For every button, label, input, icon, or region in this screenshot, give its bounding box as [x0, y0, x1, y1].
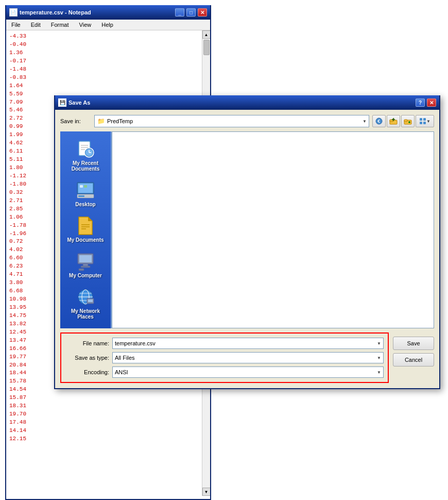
recent-documents-icon — [75, 139, 96, 159]
minimize-button[interactable]: _ — [175, 8, 184, 16]
menu-view[interactable]: View — [76, 21, 95, 29]
svg-rect-23 — [84, 185, 87, 188]
my-computer-icon — [75, 251, 96, 272]
views-button[interactable]: ▼ — [416, 115, 434, 127]
scroll-thumb[interactable] — [203, 40, 210, 55]
file-name-input[interactable]: temperature.csv ▼ — [112, 338, 384, 349]
menu-file[interactable]: File — [8, 21, 24, 29]
network-places-icon — [75, 287, 96, 307]
encoding-input[interactable]: ANSI ▼ — [112, 366, 384, 378]
save-as-dialog: 💾 Save As ? ✕ Save in: 📁 PredTemp ▼ — [54, 95, 440, 389]
save-in-row: Save in: 📁 PredTemp ▼ — [60, 115, 434, 127]
svg-rect-10 — [423, 122, 426, 124]
svg-rect-22 — [80, 185, 83, 188]
save-button[interactable]: Save — [393, 337, 434, 350]
back-button[interactable] — [372, 115, 386, 127]
left-sidebar: My Recent Documents — [60, 131, 112, 328]
sidebar-item-network-places[interactable]: My Network Places — [63, 284, 108, 323]
sidebar-label-my-computer: My Computer — [69, 273, 102, 278]
sidebar-item-my-documents[interactable]: My Documents — [63, 212, 108, 246]
save-as-type-input[interactable]: All Files ▼ — [112, 352, 384, 363]
dialog-icon: 💾 — [58, 98, 66, 107]
file-name-dropdown-arrow-icon: ▼ — [377, 341, 381, 346]
sidebar-label-network-places: My Network Places — [65, 308, 106, 320]
svg-point-0 — [376, 118, 382, 124]
svg-rect-42 — [88, 299, 93, 302]
my-documents-icon — [75, 215, 96, 236]
action-buttons: Save Cancel — [393, 332, 434, 383]
dialog-titlebar: 💾 Save As ? ✕ — [55, 95, 439, 110]
sidebar-item-my-computer[interactable]: My Computer — [63, 248, 108, 281]
folder-icon: 📁 — [97, 117, 105, 125]
scroll-down-arrow[interactable]: ▼ — [202, 488, 211, 496]
save-as-type-row: Save as type: All Files ▼ — [65, 352, 384, 363]
desktop-icon — [75, 180, 96, 201]
notepad-title: temperature.csv - Notepad — [20, 9, 173, 15]
svg-rect-33 — [83, 264, 88, 266]
svg-rect-35 — [79, 269, 84, 271]
svg-rect-9 — [420, 122, 422, 124]
save-as-type-value: All Files — [115, 355, 135, 361]
svg-rect-7 — [420, 118, 422, 121]
scroll-up-arrow[interactable]: ▲ — [202, 30, 211, 39]
encoding-dropdown-arrow-icon: ▼ — [377, 370, 381, 375]
sidebar-label-recent-documents: My Recent Documents — [65, 160, 106, 172]
encoding-value: ANSI — [115, 369, 128, 375]
save-as-type-dropdown-arrow-icon: ▼ — [377, 356, 381, 360]
sidebar-label-desktop: Desktop — [75, 202, 95, 207]
menu-format[interactable]: Format — [48, 21, 72, 29]
notepad-icon: 📄 — [9, 8, 18, 16]
file-name-row: File name: temperature.csv ▼ — [65, 338, 384, 349]
save-in-label: Save in: — [60, 118, 91, 124]
dialog-help-button[interactable]: ? — [416, 98, 425, 107]
save-as-type-label: Save as type: — [65, 355, 109, 361]
svg-rect-43 — [88, 303, 93, 304]
file-browse-area[interactable] — [112, 131, 434, 328]
save-in-value: PredTemp — [107, 118, 360, 124]
cancel-button[interactable]: Cancel — [393, 353, 434, 366]
sidebar-label-my-documents: My Documents — [67, 237, 104, 243]
svg-rect-32 — [79, 255, 92, 262]
form-fields: File name: temperature.csv ▼ Save as typ… — [60, 332, 389, 383]
sidebar-item-desktop[interactable]: Desktop — [63, 177, 108, 210]
toolbar-buttons: ▼ — [372, 115, 434, 127]
menu-help[interactable]: Help — [98, 21, 116, 29]
file-name-value: temperature.csv — [115, 340, 156, 346]
save-in-dropdown[interactable]: 📁 PredTemp ▼ — [94, 115, 369, 127]
maximize-button[interactable]: □ — [186, 8, 196, 16]
notepad-menubar: File Edit Format View Help — [6, 20, 210, 30]
svg-rect-4 — [404, 120, 407, 122]
sidebar-item-recent-documents[interactable]: My Recent Documents — [63, 136, 108, 175]
svg-rect-34 — [81, 266, 90, 268]
up-one-level-button[interactable] — [387, 115, 400, 127]
encoding-label: Encoding: — [65, 369, 109, 375]
encoding-row: Encoding: ANSI ▼ — [65, 366, 384, 378]
views-dropdown-arrow-icon: ▼ — [426, 119, 430, 124]
menu-edit[interactable]: Edit — [28, 21, 44, 29]
notepad-titlebar: 📄 temperature.csv - Notepad _ □ ✕ — [6, 5, 210, 20]
dialog-title: Save As — [68, 99, 413, 106]
svg-rect-25 — [78, 195, 84, 197]
close-button[interactable]: ✕ — [198, 8, 207, 16]
file-name-label: File name: — [65, 340, 109, 346]
dropdown-arrow-icon: ▼ — [363, 119, 367, 124]
svg-rect-21 — [78, 184, 93, 193]
main-content: My Recent Documents — [60, 131, 434, 328]
svg-rect-8 — [423, 118, 426, 121]
bottom-form: File name: temperature.csv ▼ Save as typ… — [60, 332, 434, 383]
dialog-close-button[interactable]: ✕ — [427, 98, 436, 107]
dialog-body: Save in: 📁 PredTemp ▼ — [55, 110, 439, 388]
create-folder-button[interactable] — [401, 115, 415, 127]
